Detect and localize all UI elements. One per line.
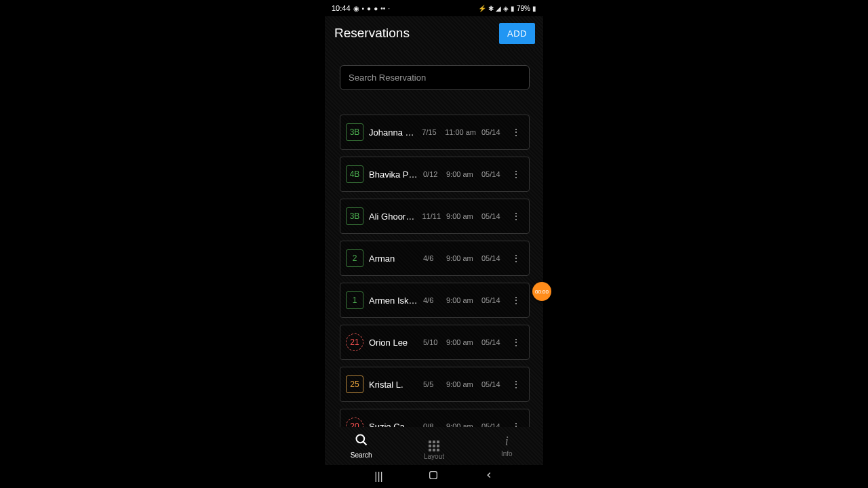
nav-layout[interactable]: Layout (397, 427, 470, 465)
svg-rect-2 (430, 472, 437, 479)
reservation-row[interactable]: 20Suzie Capcoto0/89:00 am05/14⋮ (340, 409, 530, 427)
row-more-icon[interactable]: ⋮ (509, 379, 524, 390)
phone-frame: 10:44 ◉ ▪ ● ● •• · ⚡ ✱ ◢ ◈ ▮ 79% ▮ Reser… (325, 0, 543, 488)
more-notif-icon: •• (380, 5, 385, 12)
bluetooth-icon: ✱ (488, 5, 494, 12)
guest-name: Ali Ghoorchian (369, 211, 416, 222)
reservation-date: 05/14 (481, 170, 503, 178)
battery-text: 79% (517, 5, 530, 12)
guest-name: Suzie Capcoto (369, 422, 418, 428)
reservation-date: 05/14 (481, 338, 503, 346)
table-badge: 25 (346, 375, 363, 393)
svg-line-1 (363, 442, 366, 445)
row-more-icon[interactable]: ⋮ (509, 127, 524, 138)
party-count: 0/12 (423, 170, 441, 178)
dot-icon: · (388, 5, 390, 12)
table-badge: 2 (346, 249, 363, 267)
reservation-time: 11:00 am (445, 128, 476, 136)
nav-search[interactable]: Search (325, 427, 397, 465)
reservation-row[interactable]: 1Armen Iskanian4/69:00 am05/14⋮ (340, 283, 530, 318)
reservation-time: 9:00 am (446, 212, 476, 220)
table-badge: 3B (346, 207, 363, 225)
reservation-time: 9:00 am (446, 422, 476, 427)
row-more-icon[interactable]: ⋮ (509, 211, 524, 222)
row-more-icon[interactable]: ⋮ (509, 337, 524, 348)
row-more-icon[interactable]: ⋮ (509, 421, 524, 427)
guest-name: Johanna Quiroz (369, 127, 416, 138)
table-badge: 3B (346, 123, 363, 141)
row-more-icon[interactable]: ⋮ (509, 253, 524, 264)
table-badge: 21 (346, 333, 363, 351)
reservation-row[interactable]: 4BBhavika Prjapati0/129:00 am05/14⋮ (340, 157, 530, 192)
reservation-row[interactable]: 21Orion Lee5/109:00 am05/14⋮ (340, 325, 530, 360)
add-button[interactable]: ADD (499, 23, 535, 44)
nav-layout-label: Layout (424, 453, 444, 460)
reservation-time: 9:00 am (446, 170, 476, 178)
row-meta: 5/59:00 am05/14 (423, 380, 503, 388)
reservation-time: 9:00 am (446, 254, 476, 262)
content-scroll[interactable]: 3BJohanna Quiroz7/1511:00 am05/14⋮4BBhav… (325, 50, 543, 427)
party-count: 4/6 (423, 254, 441, 262)
nav-info-label: Info (501, 450, 513, 458)
party-count: 7/15 (422, 128, 439, 136)
row-meta: 4/69:00 am05/14 (423, 254, 503, 262)
reservation-row[interactable]: 3BJohanna Quiroz7/1511:00 am05/14⋮ (340, 115, 530, 150)
svg-point-0 (356, 435, 364, 443)
table-badge: 4B (346, 165, 363, 183)
row-meta: 4/69:00 am05/14 (423, 296, 503, 304)
mute-icon: ◢ (496, 5, 501, 12)
reservation-date: 05/14 (481, 380, 503, 388)
table-badge: 1 (346, 291, 363, 309)
home-button[interactable] (428, 470, 439, 483)
row-meta: 0/89:00 am05/14 (423, 422, 503, 427)
row-more-icon[interactable]: ⋮ (509, 295, 524, 306)
nav-info[interactable]: i Info (471, 427, 543, 465)
reservation-date: 05/14 (481, 128, 503, 136)
reservation-time: 9:00 am (446, 296, 476, 304)
party-count: 5/5 (423, 380, 441, 388)
row-meta: 11/119:00 am05/14 (422, 212, 503, 220)
row-meta: 0/129:00 am05/14 (423, 170, 503, 178)
party-count: 0/8 (423, 422, 441, 427)
reservation-date: 05/14 (481, 422, 503, 427)
table-badge: 20 (346, 418, 363, 427)
back-button[interactable] (484, 470, 494, 483)
bt-icon: ⚡ (478, 5, 486, 12)
status-time: 10:44 (332, 4, 351, 12)
row-meta: 7/1511:00 am05/14 (422, 128, 503, 136)
recents-button[interactable]: ||| (374, 470, 382, 483)
system-nav-bar: ||| (325, 465, 543, 488)
reservation-date: 05/14 (481, 296, 503, 304)
page-title: Reservations (334, 26, 410, 41)
reservation-date: 05/14 (481, 212, 503, 220)
reservation-row[interactable]: 25Kristal L.5/59:00 am05/14⋮ (340, 367, 530, 402)
row-more-icon[interactable]: ⋮ (509, 169, 524, 180)
guest-name: Orion Lee (369, 338, 418, 348)
signal-icon: ▮ (511, 5, 515, 12)
info-icon: i (505, 434, 509, 449)
bottom-nav: Search Layout i Info (325, 427, 543, 465)
notif-icon: ● (374, 5, 378, 12)
party-count: 5/10 (423, 338, 441, 346)
search-input[interactable] (340, 65, 530, 90)
reservation-time: 9:00 am (446, 338, 476, 346)
message-icon: ▪ (362, 5, 365, 12)
nav-search-label: Search (351, 451, 372, 459)
party-count: 4/6 (423, 296, 441, 304)
wifi-icon: ◈ (503, 5, 509, 12)
guest-name: Bhavika Prjapati (369, 169, 418, 180)
whatsapp-icon: ◉ (353, 5, 359, 12)
record-timer[interactable]: 00:00 (532, 282, 551, 301)
app-header: Reservations ADD (325, 16, 543, 50)
battery-icon: ▮ (532, 5, 536, 12)
status-bar: 10:44 ◉ ▪ ● ● •• · ⚡ ✱ ◢ ◈ ▮ 79% ▮ (325, 0, 543, 16)
guest-name: Armen Iskanian (369, 296, 418, 306)
reservation-row[interactable]: 2Arman4/69:00 am05/14⋮ (340, 241, 530, 276)
reservation-time: 9:00 am (446, 380, 476, 388)
party-count: 11/11 (422, 212, 441, 220)
guest-name: Kristal L. (369, 380, 418, 390)
row-meta: 5/109:00 am05/14 (423, 338, 503, 346)
grid-icon (429, 432, 439, 451)
facebook-icon: ● (367, 5, 371, 12)
reservation-row[interactable]: 3BAli Ghoorchian11/119:00 am05/14⋮ (340, 199, 530, 234)
